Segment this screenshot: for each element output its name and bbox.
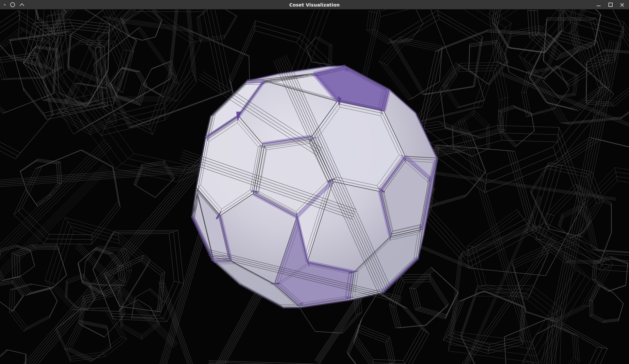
close-icon	[620, 3, 624, 7]
window-title: Coset Visualization	[0, 0, 629, 9]
circle-icon[interactable]	[10, 2, 15, 7]
maximize-icon	[608, 3, 613, 7]
minimize-icon	[597, 6, 601, 6]
window-controls	[595, 0, 626, 9]
titlebar: Coset Visualization	[0, 0, 629, 9]
chevron-up-icon[interactable]	[20, 3, 24, 7]
close-button[interactable]	[619, 1, 626, 8]
visualization-canvas[interactable]	[0, 9, 629, 364]
minimize-button[interactable]	[595, 1, 602, 8]
titlebar-left-icons	[4, 0, 24, 9]
window: Coset Visualization	[0, 0, 629, 364]
dot-icon[interactable]	[4, 4, 6, 6]
maximize-button[interactable]	[607, 1, 614, 8]
